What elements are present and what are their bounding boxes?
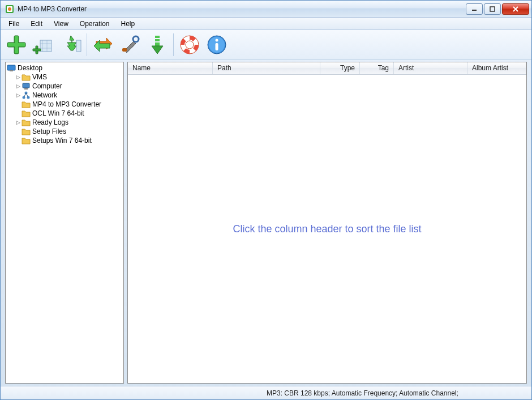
tree-toggle-icon[interactable]: ▷ — [15, 74, 22, 80]
plus-icon — [5, 33, 28, 56]
tree-item-label: VMS — [32, 73, 47, 81]
lifebuoy-icon — [178, 33, 201, 56]
tree-item-label: Network — [32, 91, 57, 99]
svg-rect-10 — [8, 43, 25, 46]
toolbar-separator — [87, 33, 87, 56]
svg-rect-4 — [490, 7, 495, 11]
convert-button[interactable] — [91, 32, 115, 57]
status-encoding: MP3: CBR 128 kbps; Automatic Frequency; … — [267, 389, 458, 397]
col-type[interactable]: Type — [320, 62, 360, 74]
tree-toggle-icon[interactable]: ▷ — [15, 92, 22, 98]
menu-file[interactable]: File — [3, 19, 25, 29]
tree-item[interactable]: ▷Computer — [7, 82, 122, 91]
svg-rect-23 — [216, 43, 218, 50]
list-body[interactable]: Click the column header to sort the file… — [128, 75, 526, 383]
folder-icon — [22, 100, 31, 109]
menu-view[interactable]: View — [48, 19, 74, 29]
sort-hint: Click the column header to sort the file… — [233, 223, 421, 235]
plus-tree-icon — [59, 33, 82, 56]
col-name[interactable]: Name — [128, 62, 213, 74]
tree-item-label: MP4 to MP3 Converter — [32, 100, 101, 108]
content-area: Desktop ▷VMS▷Computer▷NetworkMP4 to MP3 … — [1, 59, 531, 386]
add-folder-button[interactable] — [31, 32, 56, 57]
tree-item-label: Computer — [32, 82, 62, 90]
file-list: Name Path Type Tag Artist Album Artist C… — [127, 62, 527, 384]
tree-item-label: Ready Logs — [32, 118, 68, 126]
tree-root-label: Desktop — [18, 64, 42, 72]
titlebar: MP4 to MP3 Converter — [1, 1, 531, 18]
menubar: File Edit View Operation Help — [1, 18, 531, 30]
tree-item[interactable]: ▷Network — [7, 91, 122, 100]
toolbar — [1, 30, 531, 59]
toolbar-separator — [173, 33, 174, 56]
col-path[interactable]: Path — [213, 62, 320, 74]
col-artist[interactable]: Artist — [394, 62, 467, 74]
close-button[interactable] — [502, 3, 529, 15]
window-controls — [466, 3, 529, 15]
add-file-button[interactable] — [4, 32, 29, 57]
svg-rect-12 — [33, 49, 41, 51]
svg-point-2 — [8, 7, 11, 11]
svg-point-19 — [186, 41, 194, 49]
tree-item[interactable]: MP4 to MP3 Converter — [7, 100, 122, 109]
tree-item-label: Setup Files — [32, 127, 66, 135]
svg-rect-16 — [155, 39, 160, 41]
plus-folder-icon — [32, 33, 55, 56]
computer-icon — [22, 82, 31, 91]
tools-icon — [119, 33, 141, 56]
help-button[interactable] — [177, 32, 202, 57]
tree-item[interactable]: ▷VMS — [7, 73, 122, 82]
minimize-button[interactable] — [466, 3, 483, 15]
svg-rect-24 — [7, 65, 15, 70]
settings-button[interactable] — [118, 32, 143, 57]
svg-rect-14 — [122, 48, 127, 52]
window-title: MP4 to MP3 Converter — [18, 5, 466, 13]
tree-item[interactable]: ▷Ready Logs — [7, 118, 122, 127]
tree-item-label: OCL Win 7 64-bit — [32, 109, 84, 117]
svg-point-22 — [216, 39, 218, 41]
statusbar: MP3: CBR 128 kbps; Automatic Frequency; … — [1, 386, 531, 399]
folder-icon — [22, 127, 31, 136]
svg-rect-25 — [10, 70, 13, 71]
svg-point-13 — [133, 36, 139, 42]
svg-rect-17 — [155, 42, 160, 46]
download-icon — [146, 33, 169, 56]
menu-edit[interactable]: Edit — [25, 19, 48, 29]
network-icon — [22, 91, 31, 100]
folder-icon — [22, 73, 31, 82]
download-button[interactable] — [145, 32, 170, 57]
tree-item[interactable]: OCL Win 7 64-bit — [7, 109, 122, 118]
tree-item-label: Setups Win 7 64-bit — [32, 137, 92, 144]
about-button[interactable] — [204, 32, 229, 57]
col-tag[interactable]: Tag — [360, 62, 394, 74]
folder-tree[interactable]: Desktop ▷VMS▷Computer▷NetworkMP4 to MP3 … — [5, 62, 124, 384]
tree-toggle-icon[interactable]: ▷ — [15, 83, 22, 89]
menu-operation[interactable]: Operation — [74, 19, 115, 29]
desktop-icon — [7, 63, 16, 73]
convert-icon — [92, 33, 114, 56]
svg-rect-15 — [155, 36, 160, 38]
list-header: Name Path Type Tag Artist Album Artist — [128, 62, 526, 75]
maximize-button[interactable] — [484, 3, 501, 15]
tree-root[interactable]: Desktop — [7, 63, 122, 73]
tree-item[interactable]: Setup Files — [7, 127, 122, 136]
tree-item[interactable]: Setups Win 7 64-bit — [7, 136, 122, 145]
folder-icon — [22, 109, 31, 118]
add-subtree-button[interactable] — [58, 32, 83, 57]
info-icon — [205, 33, 228, 56]
app-icon — [5, 5, 14, 14]
tree-toggle-icon[interactable]: ▷ — [15, 120, 22, 125]
menu-help[interactable]: Help — [115, 19, 141, 29]
col-album-artist[interactable]: Album Artist — [467, 62, 526, 74]
folder-icon — [22, 118, 31, 127]
folder-icon — [22, 136, 31, 145]
svg-rect-26 — [23, 83, 29, 88]
svg-rect-27 — [24, 88, 28, 90]
app-window: MP4 to MP3 Converter File Edit View Oper… — [0, 0, 532, 400]
